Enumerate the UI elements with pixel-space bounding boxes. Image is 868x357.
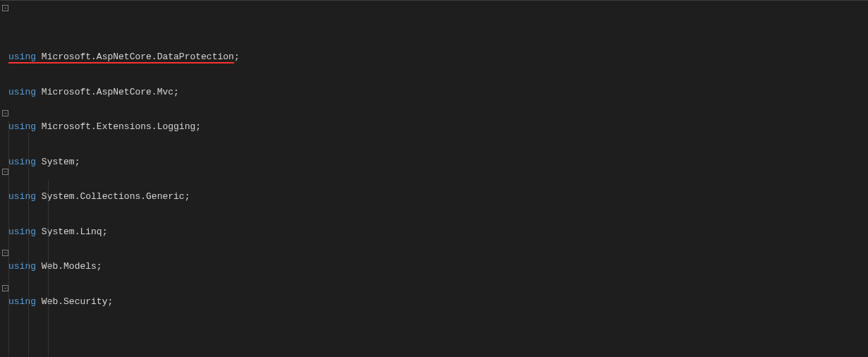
indent-guide — [8, 121, 9, 357]
fold-toggle-icon[interactable]: - — [2, 169, 8, 175]
using-line: using Microsoft.AspNetCore.DataProtectio… — [8, 52, 868, 63]
using-line: using Web.Models; — [8, 261, 868, 273]
code-editor[interactable]: - - - - - using Microsoft.AspNetCore.Dat… — [0, 0, 868, 357]
using-line: using Microsoft.Extensions.Logging; — [8, 121, 868, 133]
fold-toggle-icon[interactable]: - — [2, 285, 8, 291]
using-line: using System.Collections.Generic; — [8, 191, 868, 203]
blank-line — [8, 343, 868, 355]
code-area[interactable]: using Microsoft.AspNetCore.DataProtectio… — [8, 5, 868, 357]
using-line: using System.Linq; — [8, 226, 868, 238]
indent-guide — [48, 180, 49, 357]
using-line: using System; — [8, 157, 868, 169]
fold-toggle-icon[interactable]: - — [2, 5, 8, 11]
indent-guide — [28, 133, 29, 357]
using-line: using Web.Security; — [8, 296, 868, 308]
using-line: using Microsoft.AspNetCore.Mvc; — [8, 87, 868, 99]
fold-toggle-icon[interactable]: - — [2, 250, 8, 256]
fold-toggle-icon[interactable]: - — [2, 110, 8, 116]
